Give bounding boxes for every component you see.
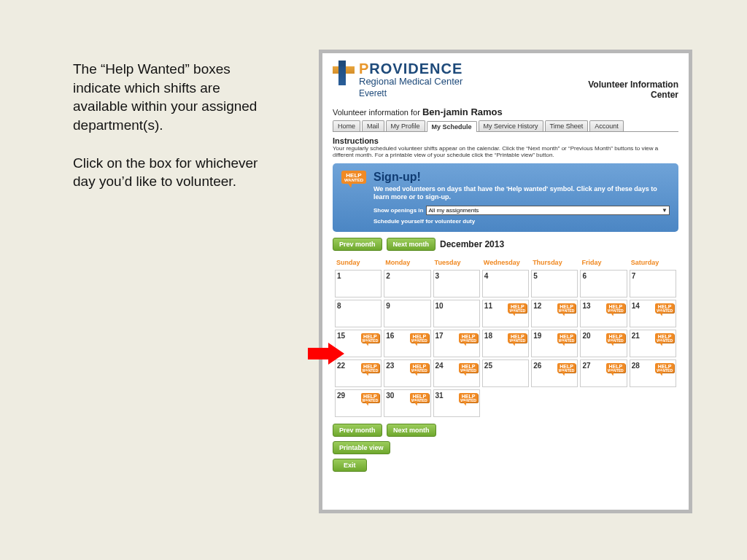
- calendar-day: 8: [335, 300, 382, 327]
- assignments-select[interactable]: All my assignments ▼: [426, 206, 670, 215]
- day-header: Friday: [580, 257, 627, 268]
- help-wanted-icon[interactable]: HELPWANTED: [655, 303, 674, 314]
- day-header: Monday: [384, 257, 430, 268]
- calendar-day[interactable]: 24HELPWANTED: [433, 359, 480, 387]
- tab-my-schedule[interactable]: My Schedule: [427, 121, 477, 132]
- tab-time-sheet[interactable]: Time Sheet: [545, 120, 589, 131]
- calendar-day[interactable]: 20HELPWANTED: [580, 330, 627, 357]
- help-wanted-icon[interactable]: HELPWANTED: [410, 333, 429, 343]
- page-content: PROVIDENCE Regional Medical Center Evere…: [322, 53, 689, 510]
- help-wanted-icon[interactable]: HELPWANTED: [361, 333, 380, 343]
- calendar-day: 3: [433, 270, 480, 298]
- day-header: Wednesday: [482, 257, 529, 268]
- calendar-day[interactable]: 21HELPWANTED: [630, 330, 676, 357]
- help-wanted-icon[interactable]: HELPWANTED: [459, 333, 478, 343]
- month-label: December 2013: [440, 239, 504, 249]
- slide-p2: Click on the box for whichever day you’d…: [73, 154, 270, 191]
- help-wanted-icon[interactable]: HELPWANTED: [655, 363, 674, 373]
- page-title: Volunteer Information Center: [588, 79, 678, 101]
- calendar-day[interactable]: 16HELPWANTED: [384, 330, 430, 357]
- calendar-day[interactable]: 27HELPWANTED: [580, 359, 627, 387]
- help-wanted-icon[interactable]: HELPWANTED: [410, 363, 429, 373]
- chevron-down-icon: ▼: [662, 207, 667, 214]
- calendar-day[interactable]: 11HELPWANTED: [482, 300, 529, 327]
- help-wanted-icon[interactable]: HELPWANTED: [508, 303, 527, 314]
- day-header: Sunday: [335, 257, 382, 268]
- slide-p1: The “Help Wanted” boxes indicate which s…: [73, 60, 270, 135]
- calendar-day[interactable]: 18HELPWANTED: [482, 330, 529, 357]
- tab-home[interactable]: Home: [333, 120, 360, 131]
- signup-box: HELPWANTED Sign-up! We need volunteers o…: [333, 163, 678, 232]
- help-wanted-icon[interactable]: HELPWANTED: [606, 303, 625, 314]
- help-wanted-icon[interactable]: HELPWANTED: [508, 333, 527, 343]
- tab-my-service-history[interactable]: My Service History: [479, 120, 543, 131]
- help-wanted-icon[interactable]: HELPWANTED: [655, 333, 674, 343]
- calendar-table: SundayMondayTuesdayWednesdayThursdayFrid…: [333, 255, 678, 419]
- calendar-day[interactable]: 23HELPWANTED: [384, 359, 430, 387]
- printable-view-button[interactable]: Printable view: [333, 441, 390, 454]
- app-frame: PROVIDENCE Regional Medical Center Evere…: [319, 50, 692, 513]
- prev-month-button[interactable]: Prev month: [333, 238, 382, 251]
- slide-instruction-text: The “Help Wanted” boxes indicate which s…: [73, 60, 270, 210]
- logo-line2: Regional Medical Center: [359, 76, 462, 87]
- instructions-text: Your regularly scheduled volunteer shift…: [333, 145, 678, 159]
- signup-title: Sign-up!: [374, 171, 670, 184]
- calendar-day[interactable]: 19HELPWANTED: [531, 330, 578, 357]
- help-wanted-icon[interactable]: HELPWANTED: [606, 333, 625, 343]
- prev-month-button-bottom[interactable]: Prev month: [333, 424, 382, 437]
- tab-my-profile[interactable]: My Profile: [386, 120, 425, 131]
- calendar-day: 4: [482, 270, 529, 298]
- calendar-day[interactable]: 29HELPWANTED: [335, 389, 382, 417]
- help-wanted-icon[interactable]: HELPWANTED: [557, 333, 576, 343]
- calendar-day[interactable]: 17HELPWANTED: [433, 330, 480, 357]
- calendar-day: 1: [335, 270, 382, 298]
- calendar-day[interactable]: 12HELPWANTED: [531, 300, 578, 327]
- tab-account[interactable]: Account: [589, 120, 624, 131]
- calendar-day: 2: [384, 270, 430, 298]
- calendar-day[interactable]: 30HELPWANTED: [384, 389, 430, 417]
- tab-mail[interactable]: Mail: [362, 120, 384, 131]
- callout-arrow-icon: [308, 343, 344, 365]
- next-month-button-bottom[interactable]: Next month: [387, 424, 436, 437]
- calendar-day: 10: [433, 300, 480, 327]
- calendar-day[interactable]: 14HELPWANTED: [630, 300, 676, 327]
- calendar-day[interactable]: 31HELPWANTED: [433, 389, 480, 417]
- help-wanted-icon[interactable]: HELPWANTED: [557, 303, 576, 314]
- cross-icon: [333, 61, 355, 85]
- calendar-day: 7: [630, 270, 676, 298]
- signup-subtitle: We need volunteers on days that have the…: [374, 185, 670, 201]
- calendar-day[interactable]: 26HELPWANTED: [531, 359, 578, 387]
- calendar-day: 6: [580, 270, 627, 298]
- day-header: Thursday: [531, 257, 578, 268]
- logo-line3: Everett: [359, 88, 462, 98]
- help-wanted-icon[interactable]: HELPWANTED: [361, 393, 380, 403]
- help-wanted-icon[interactable]: HELPWANTED: [606, 363, 625, 373]
- volunteer-info-line: Volunteer information for Ben-jamin Ramo…: [333, 106, 678, 117]
- help-wanted-icon[interactable]: HELPWANTED: [459, 363, 478, 373]
- volunteer-name: Ben-jamin Ramos: [422, 106, 503, 117]
- calendar-day[interactable]: 28HELPWANTED: [630, 359, 676, 387]
- exit-button[interactable]: Exit: [333, 459, 367, 472]
- day-header: Tuesday: [433, 257, 480, 268]
- calendar-day: 25: [482, 359, 529, 387]
- tab-bar: HomeMailMy ProfileMy ScheduleMy Service …: [333, 120, 678, 132]
- schedule-yourself-link[interactable]: Schedule yourself for volunteer duty: [374, 218, 670, 225]
- day-header: Saturday: [630, 257, 676, 268]
- logo-word: PROVIDENCE: [359, 61, 462, 77]
- calendar-day: 9: [384, 300, 430, 327]
- help-wanted-icon[interactable]: HELPWANTED: [410, 393, 429, 403]
- next-month-button[interactable]: Next month: [387, 238, 436, 251]
- calendar-day: 5: [531, 270, 578, 298]
- svg-marker-0: [308, 343, 344, 365]
- org-logo: PROVIDENCE Regional Medical Center Evere…: [333, 61, 462, 98]
- calendar-day[interactable]: 13HELPWANTED: [580, 300, 627, 327]
- instructions-heading: Instructions: [333, 136, 678, 145]
- help-wanted-icon[interactable]: HELPWANTED: [557, 363, 576, 373]
- show-openings-label: Show openings in: [374, 207, 423, 214]
- help-wanted-icon: HELPWANTED: [341, 171, 366, 184]
- help-wanted-icon[interactable]: HELPWANTED: [459, 393, 478, 403]
- help-wanted-icon[interactable]: HELPWANTED: [361, 363, 380, 373]
